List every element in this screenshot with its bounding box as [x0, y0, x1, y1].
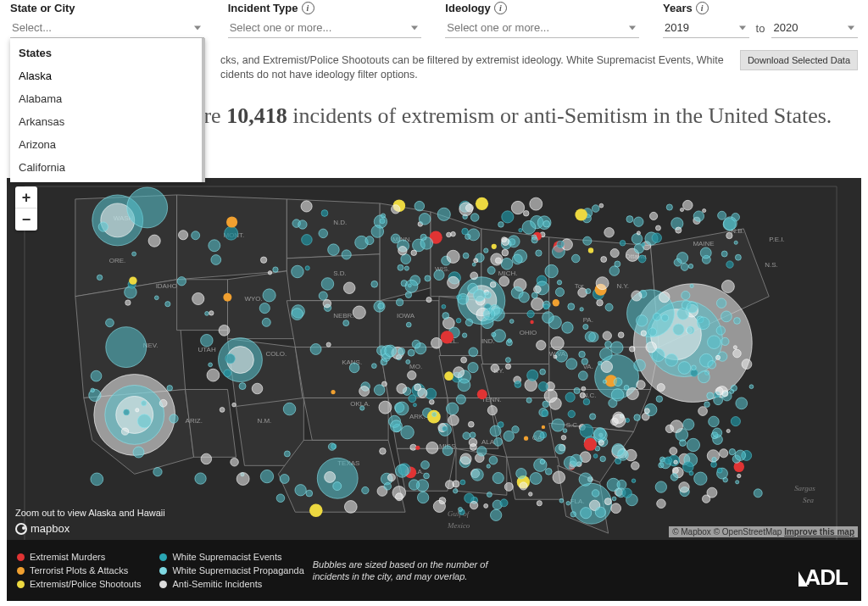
download-button[interactable]: Download Selected Data: [740, 50, 858, 70]
svg-point-684: [713, 428, 722, 437]
attrib-mapbox[interactable]: © Mapbox: [672, 527, 711, 537]
legend-label: White Supremacist Propaganda: [172, 565, 303, 575]
svg-point-533: [470, 272, 478, 280]
legend-item[interactable]: Extremist/Police Shootouts: [17, 579, 141, 589]
svg-point-578: [720, 449, 728, 458]
svg-point-233: [736, 398, 748, 409]
svg-point-398: [201, 334, 214, 347]
svg-point-94: [342, 250, 351, 259]
svg-point-553: [458, 293, 469, 304]
svg-point-307: [433, 500, 445, 512]
svg-point-537: [552, 419, 565, 431]
svg-point-532: [665, 457, 672, 464]
svg-point-64: [317, 458, 358, 498]
dropdown-item-alabama[interactable]: Alabama: [10, 87, 202, 110]
svg-point-371: [578, 288, 587, 297]
year-to-select[interactable]: 2020: [771, 18, 858, 38]
svg-point-507: [502, 211, 514, 223]
svg-point-486: [733, 349, 742, 358]
dropdown-item-alaska[interactable]: Alaska: [10, 64, 202, 87]
svg-text:IDAHO: IDAHO: [156, 282, 177, 290]
ideology-select[interactable]: Select one or more...: [445, 18, 639, 38]
svg-point-365: [600, 348, 613, 361]
svg-point-589: [543, 304, 548, 309]
legend-label: Anti-Semitic Incidents: [172, 579, 262, 589]
svg-point-102: [153, 468, 162, 476]
svg-point-314: [537, 501, 542, 506]
svg-point-569: [540, 369, 546, 375]
svg-point-227: [260, 257, 266, 263]
svg-point-508: [192, 231, 200, 240]
svg-point-427: [398, 264, 403, 270]
svg-text:N.M.: N.M.: [257, 417, 271, 425]
svg-point-149: [512, 254, 522, 264]
svg-point-299: [680, 208, 683, 211]
svg-point-412: [657, 384, 665, 392]
svg-point-600: [531, 237, 537, 243]
svg-point-381: [737, 474, 741, 477]
year-from-select[interactable]: 2019: [663, 18, 749, 38]
attrib-improve[interactable]: Improve this map: [784, 527, 854, 537]
svg-point-143: [555, 350, 567, 362]
svg-point-607: [133, 447, 144, 458]
svg-point-543: [474, 259, 478, 263]
svg-point-571: [555, 288, 564, 297]
info-icon[interactable]: i: [494, 2, 507, 14]
svg-point-617: [561, 435, 566, 440]
info-icon[interactable]: i: [302, 2, 314, 14]
mapbox-label: mapbox: [31, 522, 70, 535]
legend-label: Extremist Murders: [30, 552, 105, 562]
svg-point-634: [395, 493, 403, 501]
note-line-1: cks, and Extremist/Police Shootouts can …: [220, 54, 724, 66]
svg-point-624: [620, 240, 626, 246]
legend-item[interactable]: Terrorist Plots & Attacks: [17, 565, 141, 575]
svg-point-76: [678, 362, 691, 375]
state-select[interactable]: Select...: [10, 18, 204, 38]
svg-point-273: [395, 402, 409, 415]
info-icon[interactable]: i: [696, 2, 709, 14]
dropdown-item-arkansas[interactable]: Arkansas: [10, 110, 202, 133]
svg-point-316: [571, 254, 580, 263]
attrib-osm[interactable]: © OpenStreetMap: [714, 527, 782, 537]
legend-item[interactable]: Anti-Semitic Incidents: [159, 579, 303, 589]
svg-point-65: [127, 187, 168, 228]
svg-point-627: [395, 464, 408, 477]
svg-point-639: [632, 479, 636, 483]
svg-point-357: [570, 512, 576, 517]
svg-point-391: [401, 425, 415, 439]
svg-point-619: [502, 238, 509, 246]
legend-item[interactable]: White Supremacist Propaganda: [159, 565, 303, 575]
svg-point-249: [195, 473, 206, 484]
zoom-in-button[interactable]: +: [15, 186, 37, 208]
svg-point-69: [649, 212, 657, 220]
map-svg[interactable]: WASH.MONT.N.D.MINN.IDAHOS.D.WIS.MICH.ORE…: [7, 178, 861, 601]
svg-point-523: [585, 331, 595, 342]
svg-point-491: [125, 300, 131, 305]
svg-point-147: [415, 201, 425, 211]
svg-point-473: [712, 457, 716, 461]
dropdown-item-california[interactable]: California: [10, 156, 202, 179]
legend-col-left: Extremist MurdersTerrorist Plots & Attac…: [17, 552, 141, 589]
chevron-down-icon: [194, 25, 201, 30]
svg-text:ARIZ.: ARIZ.: [186, 417, 203, 425]
svg-point-108: [721, 311, 732, 322]
svg-point-103: [530, 197, 542, 210]
zoom-out-button[interactable]: −: [15, 208, 37, 231]
svg-point-687: [543, 220, 550, 227]
dropdown-item-arizona[interactable]: Arizona: [10, 133, 202, 156]
svg-point-467: [592, 205, 599, 213]
svg-point-510: [629, 347, 635, 353]
legend-item[interactable]: Extremist Murders: [17, 552, 141, 562]
svg-point-232: [142, 401, 147, 406]
svg-point-440: [600, 456, 606, 462]
legend-item[interactable]: White Supremacist Events: [159, 552, 303, 562]
incident-select[interactable]: Select one or more...: [228, 18, 422, 38]
svg-point-311: [604, 227, 615, 237]
svg-point-123: [708, 336, 721, 349]
svg-point-587: [491, 253, 503, 265]
svg-point-654: [715, 387, 723, 395]
svg-point-509: [726, 261, 733, 268]
filter-incident-label: Incident Type i: [228, 0, 422, 18]
svg-point-629: [459, 508, 463, 512]
svg-point-286: [446, 403, 458, 414]
